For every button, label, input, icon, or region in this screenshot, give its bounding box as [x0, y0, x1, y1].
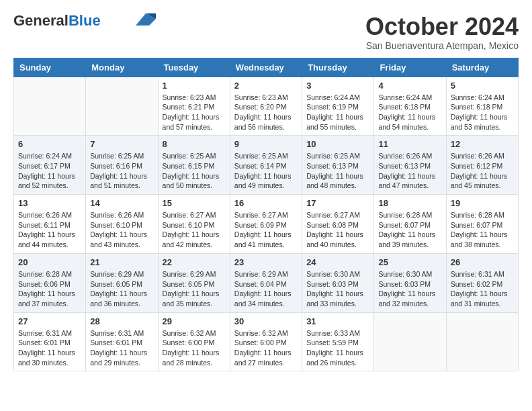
- day-number: 22: [163, 257, 226, 267]
- day-info: Sunrise: 6:24 AM Sunset: 6:18 PM Dayligh…: [378, 93, 441, 132]
- day-info: Sunrise: 6:23 AM Sunset: 6:21 PM Dayligh…: [163, 93, 226, 132]
- day-number: 8: [163, 139, 226, 149]
- day-number: 4: [378, 81, 441, 91]
- day-info: Sunrise: 6:24 AM Sunset: 6:18 PM Dayligh…: [451, 93, 514, 132]
- day-info: Sunrise: 6:32 AM Sunset: 6:00 PM Dayligh…: [234, 328, 298, 368]
- calendar-cell-2-3: 8Sunrise: 6:25 AM Sunset: 6:15 PM Daylig…: [158, 136, 230, 195]
- day-info: Sunrise: 6:26 AM Sunset: 6:13 PM Dayligh…: [378, 151, 441, 191]
- day-number: 18: [378, 198, 441, 208]
- day-info: Sunrise: 6:30 AM Sunset: 6:03 PM Dayligh…: [378, 269, 441, 309]
- day-info: Sunrise: 6:32 AM Sunset: 6:00 PM Dayligh…: [163, 328, 226, 368]
- day-info: Sunrise: 6:29 AM Sunset: 6:05 PM Dayligh…: [163, 269, 226, 309]
- calendar-header-thursday: Thursday: [302, 58, 374, 77]
- calendar-cell-1-3: 1Sunrise: 6:23 AM Sunset: 6:21 PM Daylig…: [158, 77, 230, 136]
- day-info: Sunrise: 6:27 AM Sunset: 6:08 PM Dayligh…: [306, 210, 369, 250]
- day-info: Sunrise: 6:25 AM Sunset: 6:15 PM Dayligh…: [163, 151, 226, 191]
- day-info: Sunrise: 6:29 AM Sunset: 6:05 PM Dayligh…: [90, 269, 153, 309]
- calendar-cell-1-7: 5Sunrise: 6:24 AM Sunset: 6:18 PM Daylig…: [446, 77, 518, 136]
- day-info: Sunrise: 6:31 AM Sunset: 6:02 PM Dayligh…: [451, 269, 514, 309]
- calendar-cell-3-7: 19Sunrise: 6:28 AM Sunset: 6:07 PM Dayli…: [446, 195, 518, 254]
- calendar-cell-2-1: 6Sunrise: 6:24 AM Sunset: 6:17 PM Daylig…: [14, 136, 86, 195]
- page-header: GeneralBlue October 2024 San Buenaventur…: [13, 13, 519, 51]
- calendar-cell-2-5: 10Sunrise: 6:25 AM Sunset: 6:13 PM Dayli…: [302, 136, 374, 195]
- month-year: October 2024: [365, 13, 519, 40]
- title-section: October 2024 San Buenaventura Atempan, M…: [365, 13, 519, 51]
- calendar-cell-2-7: 12Sunrise: 6:26 AM Sunset: 6:12 PM Dayli…: [446, 136, 518, 195]
- day-number: 23: [234, 257, 298, 267]
- calendar-cell-1-5: 3Sunrise: 6:24 AM Sunset: 6:19 PM Daylig…: [302, 77, 374, 136]
- day-info: Sunrise: 6:26 AM Sunset: 6:10 PM Dayligh…: [90, 210, 153, 250]
- day-number: 14: [90, 198, 153, 208]
- day-number: 6: [18, 139, 81, 149]
- calendar-cell-3-3: 15Sunrise: 6:27 AM Sunset: 6:10 PM Dayli…: [158, 195, 230, 254]
- day-info: Sunrise: 6:24 AM Sunset: 6:17 PM Dayligh…: [18, 151, 81, 191]
- day-info: Sunrise: 6:24 AM Sunset: 6:19 PM Dayligh…: [306, 93, 369, 132]
- calendar-header-tuesday: Tuesday: [158, 58, 230, 77]
- day-number: 9: [234, 139, 298, 149]
- day-info: Sunrise: 6:30 AM Sunset: 6:03 PM Dayligh…: [306, 269, 369, 309]
- calendar-header-sunday: Sunday: [14, 58, 86, 77]
- day-number: 20: [18, 257, 81, 267]
- day-info: Sunrise: 6:26 AM Sunset: 6:11 PM Dayligh…: [18, 210, 81, 250]
- day-info: Sunrise: 6:31 AM Sunset: 6:01 PM Dayligh…: [18, 328, 81, 368]
- day-number: 11: [378, 139, 441, 149]
- calendar-cell-4-2: 21Sunrise: 6:29 AM Sunset: 6:05 PM Dayli…: [86, 253, 158, 312]
- calendar-header-row: SundayMondayTuesdayWednesdayThursdayFrid…: [14, 58, 519, 77]
- day-info: Sunrise: 6:29 AM Sunset: 6:04 PM Dayligh…: [234, 269, 298, 309]
- calendar-cell-3-5: 17Sunrise: 6:27 AM Sunset: 6:08 PM Dayli…: [302, 195, 374, 254]
- logo-icon: [136, 13, 156, 26]
- day-number: 30: [234, 316, 298, 326]
- calendar-header-friday: Friday: [374, 58, 446, 77]
- logo-general: General: [13, 12, 69, 29]
- day-info: Sunrise: 6:26 AM Sunset: 6:12 PM Dayligh…: [451, 151, 514, 191]
- day-number: 13: [18, 198, 81, 208]
- calendar-cell-1-2: [86, 77, 158, 136]
- day-info: Sunrise: 6:27 AM Sunset: 6:10 PM Dayligh…: [163, 210, 226, 250]
- calendar-cell-2-2: 7Sunrise: 6:25 AM Sunset: 6:16 PM Daylig…: [86, 136, 158, 195]
- calendar-week-3: 13Sunrise: 6:26 AM Sunset: 6:11 PM Dayli…: [14, 195, 519, 254]
- day-number: 3: [306, 81, 369, 91]
- calendar-header-wednesday: Wednesday: [230, 58, 302, 77]
- logo-blue: Blue: [69, 12, 101, 29]
- day-info: Sunrise: 6:28 AM Sunset: 6:07 PM Dayligh…: [378, 210, 441, 250]
- day-number: 7: [90, 139, 153, 149]
- calendar-cell-3-1: 13Sunrise: 6:26 AM Sunset: 6:11 PM Dayli…: [14, 195, 86, 254]
- logo-text: GeneralBlue: [13, 13, 101, 28]
- calendar-cell-4-6: 25Sunrise: 6:30 AM Sunset: 6:03 PM Dayli…: [374, 253, 446, 312]
- day-number: 2: [234, 81, 298, 91]
- calendar-table: SundayMondayTuesdayWednesdayThursdayFrid…: [13, 58, 519, 372]
- day-number: 1: [163, 81, 226, 91]
- calendar-cell-1-6: 4Sunrise: 6:24 AM Sunset: 6:18 PM Daylig…: [374, 77, 446, 136]
- day-number: 21: [90, 257, 153, 267]
- day-info: Sunrise: 6:25 AM Sunset: 6:16 PM Dayligh…: [90, 151, 153, 191]
- day-info: Sunrise: 6:31 AM Sunset: 6:01 PM Dayligh…: [90, 328, 153, 368]
- calendar-cell-1-4: 2Sunrise: 6:23 AM Sunset: 6:20 PM Daylig…: [230, 77, 302, 136]
- calendar-cell-2-6: 11Sunrise: 6:26 AM Sunset: 6:13 PM Dayli…: [374, 136, 446, 195]
- day-number: 10: [306, 139, 369, 149]
- day-info: Sunrise: 6:23 AM Sunset: 6:20 PM Dayligh…: [234, 93, 298, 132]
- day-number: 24: [306, 257, 369, 267]
- day-number: 26: [451, 257, 514, 267]
- day-number: 15: [163, 198, 226, 208]
- calendar-cell-4-4: 23Sunrise: 6:29 AM Sunset: 6:04 PM Dayli…: [230, 253, 302, 312]
- calendar-cell-4-5: 24Sunrise: 6:30 AM Sunset: 6:03 PM Dayli…: [302, 253, 374, 312]
- calendar-cell-5-2: 28Sunrise: 6:31 AM Sunset: 6:01 PM Dayli…: [86, 312, 158, 371]
- calendar-cell-4-1: 20Sunrise: 6:28 AM Sunset: 6:06 PM Dayli…: [14, 253, 86, 312]
- day-info: Sunrise: 6:28 AM Sunset: 6:06 PM Dayligh…: [18, 269, 81, 309]
- calendar-cell-5-1: 27Sunrise: 6:31 AM Sunset: 6:01 PM Dayli…: [14, 312, 86, 371]
- day-number: 28: [90, 316, 153, 326]
- day-number: 19: [451, 198, 514, 208]
- day-info: Sunrise: 6:28 AM Sunset: 6:07 PM Dayligh…: [451, 210, 514, 250]
- calendar-cell-3-6: 18Sunrise: 6:28 AM Sunset: 6:07 PM Dayli…: [374, 195, 446, 254]
- calendar-cell-5-3: 29Sunrise: 6:32 AM Sunset: 6:00 PM Dayli…: [158, 312, 230, 371]
- calendar-cell-5-6: [374, 312, 446, 371]
- calendar-header-saturday: Saturday: [446, 58, 518, 77]
- calendar-cell-3-4: 16Sunrise: 6:27 AM Sunset: 6:09 PM Dayli…: [230, 195, 302, 254]
- day-number: 25: [378, 257, 441, 267]
- calendar-week-2: 6Sunrise: 6:24 AM Sunset: 6:17 PM Daylig…: [14, 136, 519, 195]
- calendar-cell-4-7: 26Sunrise: 6:31 AM Sunset: 6:02 PM Dayli…: [446, 253, 518, 312]
- calendar-week-5: 27Sunrise: 6:31 AM Sunset: 6:01 PM Dayli…: [14, 312, 519, 371]
- calendar-cell-5-5: 31Sunrise: 6:33 AM Sunset: 5:59 PM Dayli…: [302, 312, 374, 371]
- location: San Buenaventura Atempan, Mexico: [365, 40, 519, 51]
- day-info: Sunrise: 6:27 AM Sunset: 6:09 PM Dayligh…: [234, 210, 298, 250]
